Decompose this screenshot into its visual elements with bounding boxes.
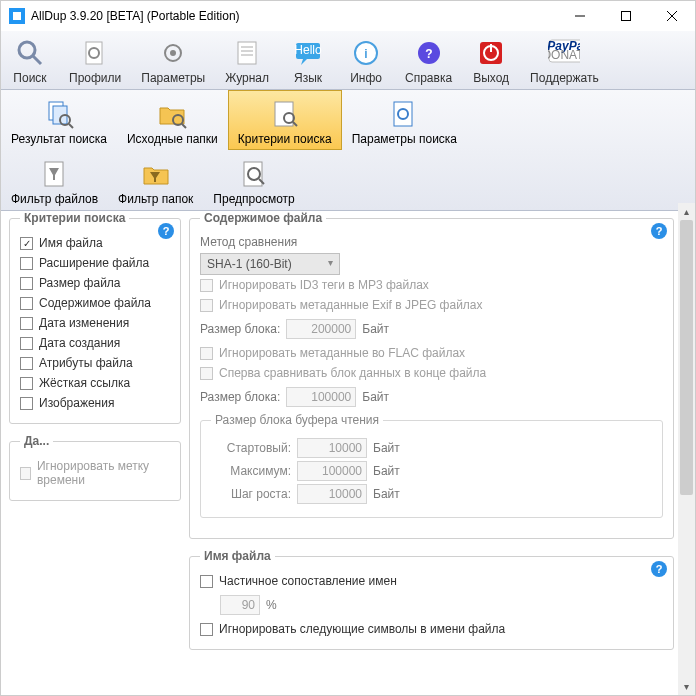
- buffer-group: Размер блока буфера чтения Стартовый:100…: [200, 413, 663, 518]
- log-icon: [231, 37, 263, 69]
- checkbox-icon: [20, 467, 31, 480]
- results-button[interactable]: Результат поиска: [1, 90, 117, 150]
- svg-line-34: [293, 122, 297, 126]
- dates-legend: Да...: [20, 434, 53, 448]
- donate-button[interactable]: PayPalDONATE Поддержать: [520, 31, 609, 89]
- dates-group: Да... Игнорировать метку времени: [9, 434, 181, 501]
- chk-partial[interactable]: Частичное сопоставление имен: [200, 571, 663, 591]
- info-button[interactable]: i Инфо: [337, 31, 395, 89]
- help-icon[interactable]: ?: [158, 223, 174, 239]
- chk-cdate[interactable]: Дата создания: [20, 333, 170, 353]
- checkbox-icon: [20, 257, 33, 270]
- block-size-input: 200000: [286, 319, 356, 339]
- filefilter-button[interactable]: Фильтр файлов: [1, 150, 108, 210]
- main-toolbar: Поиск Профили Параметры Журнал Hello Язы…: [1, 31, 695, 90]
- app-icon: [9, 8, 25, 24]
- help-icon: ?: [413, 37, 445, 69]
- folderfilter-button[interactable]: Фильтр папок: [108, 150, 203, 210]
- lang-button[interactable]: Hello Язык: [279, 31, 337, 89]
- checkbox-icon: [200, 299, 213, 312]
- exit-button[interactable]: Выход: [462, 31, 520, 89]
- window-title: AllDup 3.9.20 [BETA] (Portable Edition): [31, 9, 557, 23]
- help-button[interactable]: ? Справка: [395, 31, 462, 89]
- svg-rect-1: [622, 12, 631, 21]
- chk-attrs[interactable]: Атрибуты файла: [20, 353, 170, 373]
- filename-group: Имя файла ? Частичное сопоставление имен…: [189, 549, 674, 650]
- scroll-down-icon[interactable]: ▾: [678, 678, 695, 695]
- method-label: Метод сравнения: [200, 235, 663, 249]
- percent-input: 90: [220, 595, 260, 615]
- buffer-start-input: 10000: [297, 438, 367, 458]
- checkbox-icon: [20, 297, 33, 310]
- buffer-step-input: 10000: [297, 484, 367, 504]
- chk-content[interactable]: Содержимое файла: [20, 293, 170, 313]
- minimize-icon: [575, 11, 585, 21]
- block-size2-input: 100000: [286, 387, 356, 407]
- doc-gear-icon: [388, 98, 420, 130]
- file-filter-icon: [39, 158, 71, 190]
- searchparams-button[interactable]: Параметры поиска: [342, 90, 467, 150]
- svg-line-29: [69, 124, 73, 128]
- block-size-row: Размер блока: 200000 Байт: [200, 319, 663, 339]
- scroll-track[interactable]: [678, 220, 695, 678]
- svg-line-5: [33, 56, 41, 64]
- chk-mdate[interactable]: Дата изменения: [20, 313, 170, 333]
- maximize-button[interactable]: [603, 1, 649, 31]
- svg-point-4: [19, 42, 35, 58]
- help-icon[interactable]: ?: [651, 223, 667, 239]
- paypal-icon: PayPalDONATE: [548, 37, 580, 69]
- scroll-up-icon[interactable]: ▴: [678, 203, 695, 220]
- svg-text:DONATE: DONATE: [548, 48, 580, 62]
- chk-ignore-sym[interactable]: Игнорировать следующие символы в имени ф…: [200, 619, 663, 639]
- preview-icon: [238, 158, 270, 190]
- search-button[interactable]: Поиск: [1, 31, 59, 89]
- content-legend: Содержимое файла: [200, 211, 326, 225]
- minimize-button[interactable]: [557, 1, 603, 31]
- chk-ext[interactable]: Расширение файла: [20, 253, 170, 273]
- maximize-icon: [621, 11, 631, 21]
- block-size2-row: Размер блока: 100000 Байт: [200, 387, 663, 407]
- scroll-thumb[interactable]: [680, 220, 693, 495]
- scroll-area: Критерии поиска ? Имя файла Расширение ф…: [1, 203, 678, 695]
- app-window: AllDup 3.9.20 [BETA] (Portable Edition) …: [0, 0, 696, 696]
- checkbox-icon: [200, 279, 213, 292]
- help-icon[interactable]: ?: [651, 561, 667, 577]
- profiles-button[interactable]: Профили: [59, 31, 131, 89]
- folder-icon: [156, 98, 188, 130]
- svg-line-31: [182, 124, 186, 128]
- chk-size[interactable]: Размер файла: [20, 273, 170, 293]
- checkbox-icon: [20, 337, 33, 350]
- results-icon: [43, 98, 75, 130]
- folder-filter-icon: [140, 158, 172, 190]
- buffer-legend: Размер блока буфера чтения: [211, 413, 383, 427]
- checkbox-icon: [20, 397, 33, 410]
- close-button[interactable]: [649, 1, 695, 31]
- checkbox-icon: [200, 575, 213, 588]
- content-group: Содержимое файла ? Метод сравнения SHA-1…: [189, 211, 674, 539]
- svg-text:Hello: Hello: [294, 43, 322, 57]
- svg-rect-10: [238, 42, 256, 64]
- log-button[interactable]: Журнал: [215, 31, 279, 89]
- method-select[interactable]: SHA-1 (160-Bit): [200, 253, 340, 275]
- checkbox-icon: [20, 357, 33, 370]
- chk-compare-end: Сперва сравнивать блок данных в конце фа…: [200, 363, 663, 383]
- chk-name[interactable]: Имя файла: [20, 233, 170, 253]
- params-button[interactable]: Параметры: [131, 31, 215, 89]
- chk-ignore-flac: Игнорировать метаданные во FLAC файлах: [200, 343, 663, 363]
- criteria-button[interactable]: Критерии поиска: [228, 90, 342, 150]
- info-icon: i: [350, 37, 382, 69]
- scrollbar[interactable]: ▴ ▾: [678, 203, 695, 695]
- preview-button[interactable]: Предпросмотр: [203, 150, 304, 210]
- checkbox-icon: [200, 347, 213, 360]
- svg-point-9: [170, 50, 176, 56]
- chk-ignore-ts: Игнорировать метку времени: [20, 456, 170, 490]
- close-icon: [667, 11, 677, 21]
- checkbox-icon: [20, 277, 33, 290]
- secondary-toolbar: Результат поиска Исходные папки Критерии…: [1, 90, 695, 211]
- buffer-max-input: 100000: [297, 461, 367, 481]
- hello-icon: Hello: [292, 37, 324, 69]
- chk-ignore-id3: Игнорировать ID3 теги в MP3 файлах: [200, 275, 663, 295]
- sources-button[interactable]: Исходные папки: [117, 90, 228, 150]
- chk-images[interactable]: Изображения: [20, 393, 170, 413]
- chk-hardlink[interactable]: Жёсткая ссылка: [20, 373, 170, 393]
